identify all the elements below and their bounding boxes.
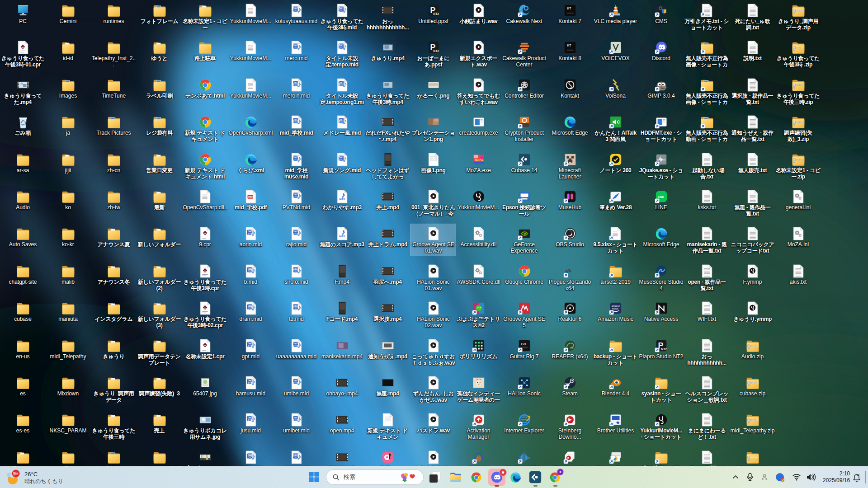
svg-text:9+: 9+	[13, 471, 19, 476]
svg-text:z: z	[859, 473, 860, 476]
